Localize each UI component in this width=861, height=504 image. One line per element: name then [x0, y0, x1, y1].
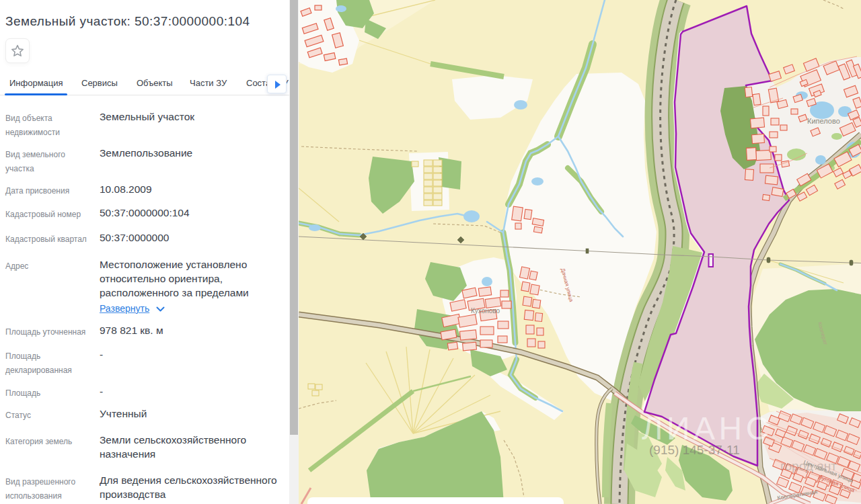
svg-text:ЛИАНС: ЛИАНС — [642, 411, 773, 446]
svg-text:Кухоново: Кухоново — [471, 307, 500, 314]
svg-text:(915) 145-37-11: (915) 145-37-11 — [649, 443, 740, 457]
svg-text:Кипелово: Кипелово — [807, 117, 840, 125]
svg-text:город ант: город ант — [780, 459, 837, 473]
